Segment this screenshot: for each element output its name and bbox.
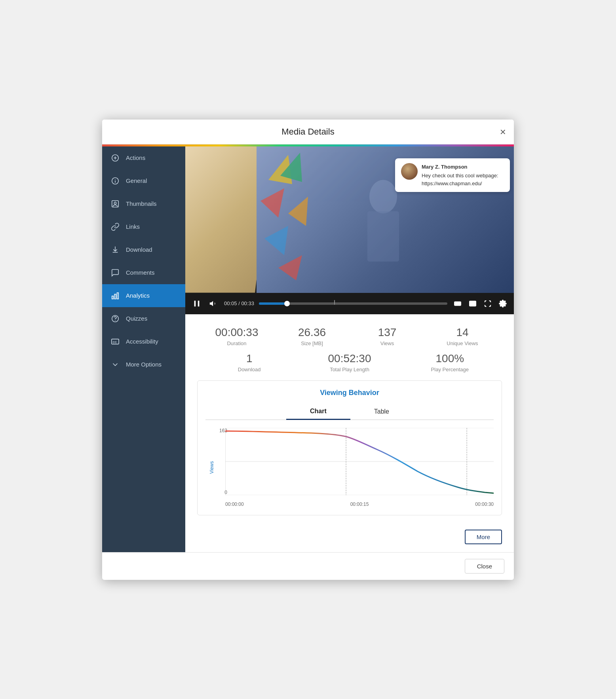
progress-thumb [284, 301, 290, 306]
sidebar-label-general: General [126, 177, 147, 184]
controls-right: CC [452, 298, 508, 309]
svg-rect-24 [198, 300, 200, 306]
sidebar-label-accessibility: Accessibility [126, 338, 158, 345]
x-tick-1: 00:00:15 [350, 501, 369, 507]
volume-button[interactable] [207, 298, 219, 310]
modal-container: Media Details × Actions General [102, 120, 514, 580]
sidebar-item-download[interactable]: Download [102, 238, 185, 261]
modal-header: Media Details × [102, 120, 514, 144]
stat-views-label: Views [352, 340, 423, 346]
stat-download-label: Download [201, 367, 297, 372]
sidebar-item-actions[interactable]: Actions [102, 146, 185, 169]
comment-text: Mary Z. Thompson Hey check out this cool… [422, 163, 504, 188]
stat-views: 137 Views [352, 326, 423, 346]
sidebar-item-quizzes[interactable]: Quizzes [102, 307, 185, 330]
svg-marker-25 [210, 301, 213, 306]
more-button[interactable]: More [465, 530, 502, 544]
stat-duration-label: Duration [201, 340, 272, 346]
svg-rect-9 [114, 294, 116, 299]
sidebar-item-thumbnails[interactable]: Thumbnails [102, 192, 185, 215]
svg-rect-29 [473, 303, 475, 305]
close-x-button[interactable]: × [500, 127, 506, 137]
stat-download: 1 Download [201, 352, 297, 372]
chart-svg [225, 428, 494, 495]
sidebar-item-comments[interactable]: Comments [102, 261, 185, 284]
y-axis-label: Views [209, 461, 215, 474]
sidebar-label-comments: Comments [126, 269, 155, 276]
stat-play-percentage-value: 100% [402, 352, 498, 365]
captions-button[interactable]: CC [452, 298, 463, 309]
stat-size-value: 26.36 [276, 326, 348, 339]
svg-rect-8 [112, 296, 114, 298]
viewing-card: Viewing Behavior Chart Table Views 162 0 [197, 380, 502, 515]
sidebar-label-more-options: More Options [126, 361, 162, 368]
settings-button[interactable] [497, 298, 508, 309]
stat-total-play-label: Total Play Length [301, 367, 397, 372]
svg-rect-10 [117, 293, 119, 299]
svg-point-7 [114, 202, 116, 204]
comment-author: Mary Z. Thompson [422, 163, 504, 171]
sidebar-item-more-options[interactable]: More Options [102, 353, 185, 376]
stat-total-play-value: 00:52:30 [301, 352, 397, 365]
video-controls: 00:05 / 00:33 CC [185, 293, 514, 314]
svg-point-12 [115, 320, 116, 321]
sidebar-label-thumbnails: Thumbnails [126, 200, 157, 207]
x-tick-0: 00:00:00 [225, 501, 244, 507]
current-time: 00:05 [224, 300, 237, 306]
sidebar-label-quizzes: Quizzes [126, 315, 147, 322]
sidebar: Actions General Thumbnails [102, 146, 185, 552]
play-pause-button[interactable] [191, 298, 203, 310]
bar-chart-icon [110, 291, 120, 301]
viewing-title: Viewing Behavior [205, 389, 494, 397]
x-tick-2: 00:00:30 [475, 501, 494, 507]
message-square-icon [110, 268, 120, 278]
sidebar-label-analytics: Analytics [126, 292, 150, 299]
cc-icon: CC [110, 336, 120, 347]
svg-marker-17 [260, 188, 284, 217]
stat-unique-views-label: Unique Views [427, 340, 498, 346]
sidebar-item-accessibility[interactable]: CC Accessibility [102, 330, 185, 353]
comment-bubble: Mary Z. Thompson Hey check out this cool… [395, 158, 510, 192]
sidebar-item-links[interactable]: Links [102, 215, 185, 238]
stat-unique-views: 14 Unique Views [427, 326, 498, 346]
svg-point-21 [369, 180, 397, 213]
sidebar-label-download: Download [126, 246, 152, 253]
modal-body: Actions General Thumbnails [102, 146, 514, 552]
svg-marker-20 [278, 255, 302, 280]
x-axis-ticks: 00:00:00 00:00:15 00:00:30 [225, 501, 494, 507]
fullscreen-button[interactable] [482, 298, 493, 309]
stat-total-play: 00:52:30 Total Play Length [301, 352, 397, 372]
sidebar-label-actions: Actions [126, 154, 145, 161]
time-display: 00:05 / 00:33 [224, 300, 254, 306]
svg-text:CC: CC [113, 340, 117, 344]
sidebar-item-analytics[interactable]: Analytics [102, 284, 185, 307]
stats-row-1: 00:00:33 Duration 26.36 Size [MB] 137 Vi… [185, 314, 514, 350]
svg-point-5 [115, 179, 116, 179]
user-square-icon [110, 199, 120, 209]
svg-text:CC: CC [455, 302, 458, 305]
tabs-row: Chart Table [205, 403, 494, 420]
modal-footer: Close [102, 552, 514, 580]
stat-duration: 00:00:33 Duration [201, 326, 272, 346]
progress-filled [259, 302, 287, 305]
help-circle-icon [110, 313, 120, 324]
stat-size: 26.36 Size [MB] [276, 326, 348, 346]
stat-views-value: 137 [352, 326, 423, 339]
progress-bar[interactable] [259, 302, 447, 305]
avatar [401, 163, 418, 180]
stat-download-value: 1 [201, 352, 297, 365]
svg-rect-22 [367, 211, 399, 261]
video-frame: Mary Z. Thompson Hey check out this cool… [185, 146, 514, 293]
chevron-down-icon [110, 359, 120, 370]
svg-marker-18 [288, 196, 308, 226]
stat-play-percentage: 100% Play Percentage [402, 352, 498, 372]
tab-chart[interactable]: Chart [286, 404, 350, 420]
close-button[interactable]: Close [465, 559, 504, 574]
total-time: 00:33 [241, 300, 254, 306]
tab-table[interactable]: Table [350, 404, 413, 420]
sidebar-item-general[interactable]: General [102, 169, 185, 192]
pip-button[interactable] [467, 298, 478, 309]
video-container: Mary Z. Thompson Hey check out this cool… [185, 146, 514, 314]
link-icon [110, 222, 120, 232]
modal-title: Media Details [281, 127, 334, 137]
